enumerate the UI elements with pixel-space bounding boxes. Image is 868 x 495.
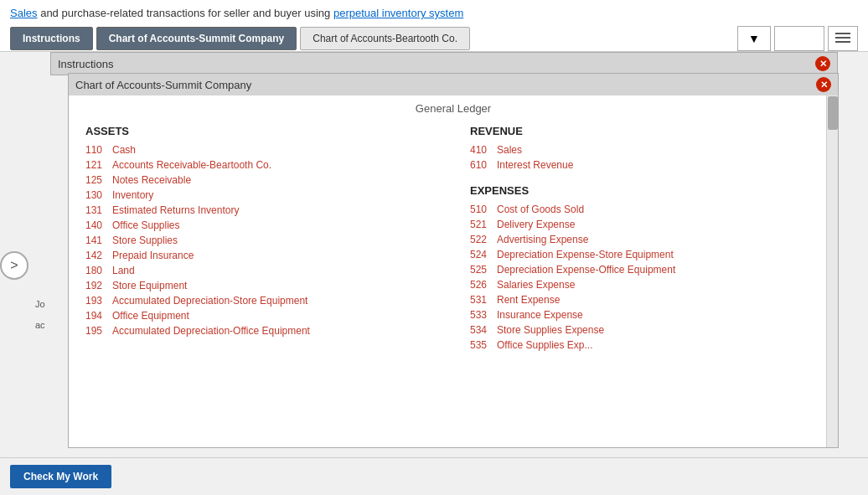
revenue-heading: REVENUE [470,125,821,137]
assets-heading: ASSETS [85,125,437,137]
acct-name: Salaries Expense [497,279,575,291]
acct-num: 410 [470,144,497,156]
instructions-close-button[interactable]: ✕ [815,56,830,71]
left-nav-button[interactable]: > [0,251,28,280]
list-item: 193 Accumulated Depreciation-Store Equip… [85,295,437,307]
list-item: 610 Interest Revenue [470,159,821,171]
list-item: 525 Depreciation Expense-Office Equipmen… [470,264,821,276]
list-item: 131 Estimated Returns Inventory [85,204,437,216]
acct-name: Sales [497,144,522,156]
acct-num: 525 [470,264,497,276]
acct-name: Store Supplies [112,235,178,246]
tab-chart-beartooth[interactable]: Chart of Accounts-Beartooth Co. [300,27,470,50]
acct-name: Office Equipment [112,310,189,322]
chart-panel-title: Chart of Accounts-Summit Company [75,79,251,91]
tab-instructions[interactable]: Instructions [10,27,93,50]
acct-num: 531 [470,294,497,306]
acct-num: 522 [470,234,497,245]
list-item: 140 Office Supplies [85,219,437,231]
acct-name: Advertising Expense [497,234,588,245]
svg-rect-1 [835,37,850,39]
acct-num: 524 [470,249,497,260]
dropdown-button[interactable]: ▼ [737,26,771,51]
acct-name: Store Supplies Expense [497,324,604,336]
acct-name: Cost of Goods Sold [497,204,584,215]
acct-name: Accumulated Depreciation-Office Equipmen… [112,325,310,337]
list-item: 534 Store Supplies Expense [470,324,821,336]
page-input[interactable] [774,26,824,51]
list-item: 194 Office Equipment [85,310,437,322]
acct-num: 526 [470,279,497,291]
chart-content[interactable]: General Ledger ASSETS 110 Cash 121 Accou… [69,95,838,447]
acct-name: Notes Receivable [112,174,191,186]
perpetual-link[interactable]: perpetual inventory system [333,7,463,19]
assets-column: ASSETS 110 Cash 121 Accounts Receivable-… [85,125,453,354]
page-title: Sales and purchase-related transactions … [10,7,858,19]
lines-button[interactable] [828,26,858,51]
list-item: 526 Salaries Expense [470,279,821,291]
acct-num: 142 [85,250,112,261]
acct-name: Office Supplies Exp... [497,339,593,351]
bottom-bar: Check My Work [0,457,868,495]
list-item: 521 Delivery Expense [470,219,821,230]
list-item: 192 Store Equipment [85,280,437,291]
acct-name: Accounts Receivable-Beartooth Co. [112,159,271,171]
acct-name: Delivery Expense [497,219,575,230]
acct-name: Store Equipment [112,280,187,291]
acct-name: Office Supplies [112,219,180,231]
acct-num: 125 [85,174,112,186]
instructions-panel-header: Instructions ✕ [51,53,837,75]
expenses-heading: EXPENSES [470,184,821,197]
scroll-track[interactable] [826,95,838,447]
acct-num: 141 [85,235,112,246]
acct-num: 194 [85,310,112,322]
acct-num: 192 [85,280,112,291]
acct-num: 534 [470,324,497,336]
acct-num: 131 [85,204,112,216]
acct-num: 110 [85,144,112,156]
list-item: 141 Store Supplies [85,235,437,246]
acct-num: 180 [85,265,112,276]
columns-wrapper: ASSETS 110 Cash 121 Accounts Receivable-… [85,125,821,354]
list-item: 410 Sales [470,144,821,156]
tab-controls: ▼ [737,26,858,51]
tab-chart-summit[interactable]: Chart of Accounts-Summit Company [96,27,297,50]
main-area: > Jo ac Instructions ✕ Chart of Accounts… [0,52,868,479]
chart-panel: Chart of Accounts-Summit Company ✕ Gener… [68,73,839,448]
lines-icon [835,33,850,44]
chart-close-button[interactable]: ✕ [816,77,831,92]
acct-name: Accumulated Depreciation-Store Equipment [112,295,307,307]
list-item: 125 Notes Receivable [85,174,437,186]
instructions-panel: Instructions ✕ Chart of Accounts-Summit … [50,52,838,75]
list-item: 535 Office Supplies Exp... [470,339,821,351]
sales-link[interactable]: Sales [10,7,38,19]
acct-name: Inventory [112,189,153,201]
list-item: 180 Land [85,265,437,276]
check-my-work-button[interactable]: Check My Work [10,465,111,488]
top-bar: Sales and purchase-related transactions … [0,0,868,52]
chart-panel-header: Chart of Accounts-Summit Company ✕ [69,74,838,95]
acct-num: 140 [85,219,112,231]
list-item: 522 Advertising Expense [470,234,821,245]
side-text-2: ac [35,320,45,330]
list-item: 533 Insurance Expense [470,309,821,321]
acct-name: Land [112,265,135,276]
acct-name: Insurance Expense [497,309,583,321]
list-item: 142 Prepaid Insurance [85,250,437,261]
title-text-mid: and purchase-related transactions for se… [40,7,333,19]
expenses-section: EXPENSES 510 Cost of Goods Sold 521 Deli… [470,184,821,351]
acct-name: Interest Revenue [497,159,573,171]
acct-name: Estimated Returns Inventory [112,204,239,216]
acct-num: 121 [85,159,112,171]
list-item: 110 Cash [85,144,437,156]
svg-rect-0 [835,33,850,34]
tab-row: Instructions Chart of Accounts-Summit Co… [10,26,858,51]
acct-name: Depreciation Expense-Store Equipment [497,249,674,260]
acct-num: 510 [470,204,497,215]
acct-name: Prepaid Insurance [112,250,194,261]
list-item: 121 Accounts Receivable-Beartooth Co. [85,159,437,171]
list-item: 510 Cost of Goods Sold [470,204,821,215]
list-item: 524 Depreciation Expense-Store Equipment [470,249,821,260]
list-item: 130 Inventory [85,189,437,201]
scroll-thumb[interactable] [828,96,838,130]
